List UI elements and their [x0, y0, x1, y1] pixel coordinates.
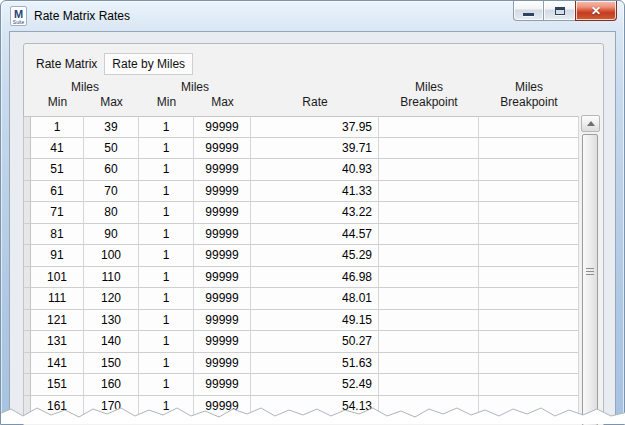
grid-cell[interactable]: 50.27 — [251, 331, 379, 353]
grid-cell[interactable] — [379, 116, 479, 138]
grid-cell[interactable]: 1 — [139, 267, 194, 289]
grid-cell[interactable]: 1 — [139, 224, 194, 246]
row-indicator[interactable] — [23, 288, 31, 310]
grid-cell[interactable] — [379, 181, 479, 203]
grid-cell[interactable]: 151 — [31, 374, 84, 396]
grid-cell[interactable] — [379, 267, 479, 289]
grid-cell[interactable]: 1 — [31, 116, 84, 138]
grid-cell[interactable]: 41 — [31, 138, 84, 160]
grid-cell[interactable]: 101 — [31, 267, 84, 289]
grid-cell[interactable] — [379, 331, 479, 353]
grid-cell[interactable] — [379, 159, 479, 181]
grid-cell[interactable]: 99999 — [194, 116, 251, 138]
grid-cell[interactable]: 51.63 — [251, 353, 379, 375]
grid-cell[interactable]: 71 — [31, 202, 84, 224]
maximize-button[interactable] — [544, 1, 575, 21]
grid-cell[interactable]: 50 — [84, 138, 139, 160]
grid-cell[interactable] — [479, 288, 579, 310]
grid-cell[interactable]: 1 — [139, 288, 194, 310]
row-indicator[interactable] — [23, 396, 31, 418]
row-indicator[interactable] — [23, 353, 31, 375]
grid-cell[interactable]: 99999 — [194, 353, 251, 375]
grid-cell[interactable]: 99999 — [194, 159, 251, 181]
minimize-button[interactable] — [513, 1, 544, 21]
column-header[interactable]: Min — [139, 95, 194, 109]
grid-cell[interactable]: 37.95 — [251, 116, 379, 138]
grid-cell[interactable]: 170 — [84, 396, 139, 418]
grid-cell[interactable]: 99999 — [194, 374, 251, 396]
grid-cell[interactable]: 1 — [139, 374, 194, 396]
grid-cell[interactable]: 99999 — [194, 331, 251, 353]
grid-cell[interactable] — [479, 202, 579, 224]
grid-cell[interactable]: 1 — [139, 116, 194, 138]
grid-cell[interactable]: 99999 — [194, 267, 251, 289]
grid-cell[interactable]: 99999 — [194, 181, 251, 203]
app-icon[interactable]: M Suite — [10, 6, 27, 26]
grid-cell[interactable]: 1 — [139, 202, 194, 224]
grid-cell[interactable]: 60 — [84, 159, 139, 181]
grid-cell[interactable]: 46.98 — [251, 267, 379, 289]
row-indicator[interactable] — [23, 181, 31, 203]
grid-cell[interactable]: 130 — [84, 310, 139, 332]
grid-cell[interactable]: 52.49 — [251, 374, 379, 396]
grid-cell[interactable]: 48.01 — [251, 288, 379, 310]
grid-cell[interactable]: 1 — [139, 331, 194, 353]
grid-cell[interactable]: 39.71 — [251, 138, 379, 160]
grid-cell[interactable]: 1 — [139, 159, 194, 181]
row-indicator[interactable] — [23, 310, 31, 332]
grid-cell[interactable]: 110 — [84, 267, 139, 289]
row-indicator[interactable] — [23, 116, 31, 138]
grid-cell[interactable]: 99999 — [194, 138, 251, 160]
grid-cell[interactable]: 99999 — [194, 245, 251, 267]
grid-cell[interactable]: 1 — [139, 310, 194, 332]
column-header[interactable]: Min — [31, 95, 84, 109]
grid-cell[interactable]: 1 — [139, 245, 194, 267]
grid-cell[interactable] — [479, 224, 579, 246]
grid-cell[interactable]: 91 — [31, 245, 84, 267]
grid-cell[interactable]: 121 — [31, 310, 84, 332]
column-header[interactable]: Breakpoint — [379, 95, 479, 109]
grid-cell[interactable]: 131 — [31, 331, 84, 353]
grid-cell[interactable] — [479, 138, 579, 160]
grid-cell[interactable]: 99999 — [194, 202, 251, 224]
grid-cell[interactable]: 140 — [84, 331, 139, 353]
grid-cell[interactable] — [479, 374, 579, 396]
grid-cell[interactable] — [379, 224, 479, 246]
grid-cell[interactable]: 120 — [84, 288, 139, 310]
tab-rate-matrix[interactable]: Rate Matrix — [29, 54, 104, 74]
grid-cell[interactable]: 44.57 — [251, 224, 379, 246]
grid-cell[interactable]: 41.33 — [251, 181, 379, 203]
grid-cell[interactable] — [479, 353, 579, 375]
grid-cell[interactable]: 1 — [139, 396, 194, 418]
grid-cell[interactable]: 1 — [139, 138, 194, 160]
column-header[interactable]: Rate — [251, 95, 379, 109]
row-indicator[interactable] — [23, 224, 31, 246]
grid-cell[interactable]: 80 — [84, 202, 139, 224]
row-indicator[interactable] — [23, 245, 31, 267]
grid-cell[interactable]: 49.15 — [251, 310, 379, 332]
grid-cell[interactable]: 99999 — [194, 224, 251, 246]
row-indicator[interactable] — [23, 267, 31, 289]
grid-cell[interactable]: 100 — [84, 245, 139, 267]
grid-cell[interactable]: 39 — [84, 116, 139, 138]
column-header[interactable]: Breakpoint — [479, 95, 579, 109]
grid-cell[interactable]: 99999 — [194, 288, 251, 310]
grid-cell[interactable] — [479, 396, 579, 418]
grid-cell[interactable]: 70 — [84, 181, 139, 203]
grid-cell[interactable]: 1 — [139, 181, 194, 203]
grid-cell[interactable] — [379, 374, 479, 396]
grid-cell[interactable] — [479, 116, 579, 138]
row-indicator[interactable] — [23, 138, 31, 160]
column-header[interactable]: Max — [194, 95, 251, 109]
row-indicator[interactable] — [23, 374, 31, 396]
grid-cell[interactable]: 45.29 — [251, 245, 379, 267]
grid-cell[interactable] — [479, 245, 579, 267]
grid-cell[interactable]: 160 — [84, 374, 139, 396]
grid-cell[interactable] — [479, 331, 579, 353]
grid-cell[interactable] — [479, 310, 579, 332]
grid-cell[interactable] — [379, 310, 479, 332]
grid-cell[interactable]: 111 — [31, 288, 84, 310]
grid-cell[interactable]: 99999 — [194, 310, 251, 332]
grid-cell[interactable] — [379, 202, 479, 224]
column-header[interactable]: Max — [84, 95, 139, 109]
